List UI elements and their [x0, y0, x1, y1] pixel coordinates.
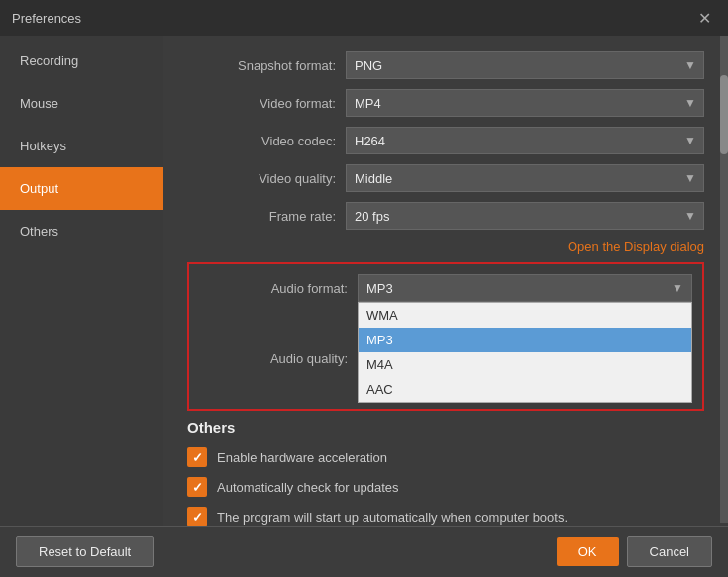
video-quality-wrapper: Middle ▼ [346, 164, 704, 192]
close-button[interactable]: ✕ [692, 6, 716, 30]
others-title: Others [187, 419, 704, 435]
audio-format-label: Audio format: [199, 281, 358, 296]
preferences-dialog: Preferences ✕ Recording Mouse Hotkeys Ou… [0, 0, 728, 577]
audio-format-arrow-icon: ▼ [672, 281, 683, 295]
video-format-label: Video format: [187, 96, 346, 111]
audio-option-wma[interactable]: WMA [359, 303, 691, 328]
frame-rate-wrapper: 20 fps ▼ [346, 202, 704, 230]
audio-option-mp3[interactable]: MP3 [359, 328, 691, 352]
audio-option-aac[interactable]: AAC [359, 377, 691, 402]
video-quality-select[interactable]: Middle [346, 164, 704, 192]
video-quality-row: Video quality: Middle ▼ [187, 164, 704, 192]
video-format-select[interactable]: MP4 [346, 89, 704, 117]
audio-format-dropdown[interactable]: WMA MP3 M4A AAC [358, 302, 692, 403]
frame-rate-label: Frame rate: [187, 209, 346, 224]
scrollbar[interactable] [720, 36, 728, 523]
checkbox-autostart[interactable] [187, 507, 207, 526]
video-format-row: Video format: MP4 ▼ [187, 89, 704, 117]
video-codec-row: Video codec: H264 ▼ [187, 127, 704, 154]
sidebar-item-others[interactable]: Others [0, 210, 163, 252]
scrollbar-thumb[interactable] [720, 75, 728, 154]
snapshot-format-wrapper: PNG ▼ [346, 51, 704, 79]
audio-option-m4a[interactable]: M4A [359, 352, 691, 377]
checkbox-updates-label: Automatically check for updates [217, 480, 399, 495]
sidebar-item-hotkeys[interactable]: Hotkeys [0, 125, 163, 167]
audio-format-display[interactable]: MP3 ▼ [358, 274, 692, 302]
dialog-title: Preferences [12, 11, 81, 26]
title-bar: Preferences ✕ [0, 0, 728, 36]
video-codec-label: Video codec: [187, 134, 346, 148]
checkbox-hardware[interactable] [187, 447, 207, 467]
checkbox-row-1: Enable hardware acceleration [187, 447, 704, 467]
frame-rate-select[interactable]: 20 fps [346, 202, 704, 230]
checkbox-row-2: Automatically check for updates [187, 477, 704, 497]
video-quality-label: Video quality: [187, 171, 346, 186]
cancel-button[interactable]: Cancel [627, 536, 712, 567]
sidebar-item-recording[interactable]: Recording [0, 40, 163, 82]
audio-section: Audio format: MP3 ▼ WMA MP3 M4A AAC [187, 262, 704, 411]
sidebar: Recording Mouse Hotkeys Output Others [0, 36, 163, 526]
display-link-row: Open the Display dialog [187, 240, 704, 254]
open-display-link[interactable]: Open the Display dialog [568, 240, 704, 254]
reset-button[interactable]: Reset to Default [16, 536, 154, 567]
audio-format-value: MP3 [366, 281, 393, 296]
video-codec-select[interactable]: H264 [346, 127, 704, 154]
sidebar-item-output[interactable]: Output [0, 167, 163, 210]
footer: Reset to Default OK Cancel [0, 526, 728, 577]
main-panel: Snapshot format: PNG ▼ Video format: MP4… [163, 36, 728, 526]
audio-format-wrapper: MP3 ▼ WMA MP3 M4A AAC [358, 274, 692, 302]
main-content: Recording Mouse Hotkeys Output Others Sn… [0, 36, 728, 526]
footer-right: OK Cancel [557, 536, 712, 567]
frame-rate-row: Frame rate: 20 fps ▼ [187, 202, 704, 230]
snapshot-format-label: Snapshot format: [187, 58, 346, 73]
video-codec-wrapper: H264 ▼ [346, 127, 704, 154]
snapshot-format-select[interactable]: PNG [346, 51, 704, 79]
checkbox-hardware-label: Enable hardware acceleration [217, 450, 387, 465]
ok-button[interactable]: OK [557, 537, 619, 566]
checkbox-row-3: The program will start up automatically … [187, 507, 704, 526]
video-format-wrapper: MP4 ▼ [346, 89, 704, 117]
checkbox-updates[interactable] [187, 477, 207, 497]
audio-format-row: Audio format: MP3 ▼ WMA MP3 M4A AAC [199, 274, 692, 302]
audio-quality-label: Audio quality: [199, 351, 358, 366]
checkbox-autostart-label: The program will start up automatically … [217, 510, 568, 525]
sidebar-item-mouse[interactable]: Mouse [0, 82, 163, 125]
snapshot-format-row: Snapshot format: PNG ▼ [187, 51, 704, 79]
